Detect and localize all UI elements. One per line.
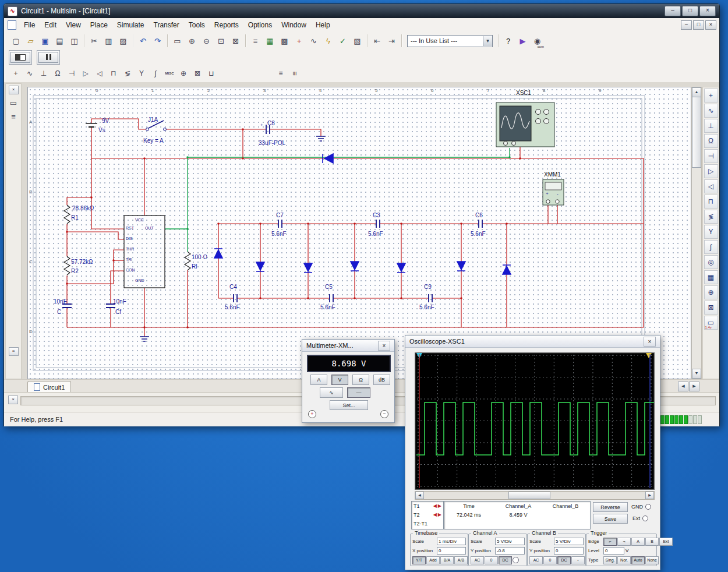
mdi-minimize-button[interactable]: – (681, 20, 692, 30)
component-label[interactable]: OUT (145, 226, 154, 230)
component-label[interactable]: - (557, 191, 559, 196)
mm-mode-a-button[interactable]: A (310, 375, 327, 385)
forward-annotate-button[interactable]: ⇥ (384, 34, 399, 48)
component-label[interactable]: C7 (276, 212, 284, 218)
component-label[interactable]: 5.6nF (271, 231, 287, 237)
mm-coupling-btn-button[interactable]: ∿ (320, 387, 343, 398)
radio-icon[interactable] (642, 515, 648, 521)
print-button[interactable]: ▤ (52, 34, 67, 48)
component-label[interactable]: C (57, 309, 61, 315)
place-analog-button[interactable]: ⊣ (65, 66, 79, 80)
chevron-down-icon[interactable]: ▾ (483, 36, 492, 46)
component-label[interactable]: 5.6nF (225, 304, 240, 310)
component-label[interactable]: CON (126, 268, 135, 272)
scroll-left-icon[interactable]: ◀ (678, 382, 688, 391)
component-label[interactable]: 100 Ω (192, 254, 207, 260)
channel-a-dc-button[interactable]: DC (499, 556, 512, 564)
component-label[interactable]: R1 (71, 214, 79, 221)
palette-cmos-button[interactable]: ◁ (704, 179, 718, 193)
com-settings-button[interactable]: ◉com (530, 34, 545, 48)
menu-window[interactable]: Window (277, 19, 311, 31)
spreadsheet-button[interactable]: ▦ (263, 34, 277, 48)
component-label[interactable]: + (260, 122, 263, 128)
save-button[interactable]: ▣ (38, 34, 52, 48)
tab-circuit1[interactable]: Circuit1 (27, 381, 71, 393)
menu-simulate[interactable]: Simulate (112, 19, 149, 31)
mm-mode-v-button[interactable]: V (331, 375, 348, 385)
in-use-list-dropdown[interactable]: --- In Use List ---▾ (407, 35, 493, 47)
create-component-button[interactable]: + (292, 34, 306, 48)
undo-button[interactable]: ↶ (136, 34, 150, 48)
multimeter-titlebar[interactable]: Multimeter-XM... × (302, 340, 394, 352)
component-label[interactable]: XMM1 (544, 171, 561, 178)
component-label[interactable]: 28.86kΩ (72, 205, 94, 211)
print-preview-button[interactable]: ◫ (67, 34, 82, 48)
set-button[interactable]: Set... (330, 400, 368, 410)
x-position-field[interactable]: 0 (437, 547, 466, 555)
component-label[interactable]: 10nF (113, 298, 126, 305)
save-button[interactable]: Save (593, 514, 628, 524)
ext-radio[interactable]: Ext (632, 515, 648, 521)
channel-b-0-button[interactable]: 0 (543, 556, 557, 564)
place-misc-digital-button[interactable]: Y (135, 66, 149, 80)
component-label[interactable]: Key = A (143, 137, 164, 144)
palette-misc-digital-button[interactable]: Y (704, 225, 718, 239)
palette-mixed-button[interactable]: ∫ (704, 240, 718, 254)
component-label[interactable]: C3 (373, 212, 380, 218)
mm-mode-btn-button[interactable]: Ω (352, 375, 369, 385)
probe-button[interactable]: ▶ (515, 34, 530, 48)
menu-help[interactable]: Help (311, 19, 335, 31)
menu-tools[interactable]: Tools (184, 19, 210, 31)
palette-indicators-button[interactable]: ◎ (704, 255, 718, 269)
postprocessor-button[interactable]: ϟ (321, 34, 335, 48)
component-label[interactable]: 57.72kΩ (71, 259, 93, 265)
run-button[interactable] (10, 52, 30, 63)
hierarchy-button[interactable]: ≡ (248, 34, 263, 48)
palette-mcu-button[interactable]: ⊓ (704, 195, 718, 209)
component-label[interactable]: TRI (126, 257, 132, 262)
palette-sources-button[interactable]: + (704, 89, 718, 103)
cut-button[interactable]: ✂ (87, 34, 101, 48)
component-label[interactable]: C5 (325, 284, 333, 290)
channel-b-dc-button[interactable]: DC (557, 556, 571, 564)
canvas-vertical-scrollbar[interactable]: ▲ ▼ (691, 87, 702, 379)
palette-advanced-button[interactable]: ≶ (704, 210, 718, 224)
scroll-left-icon[interactable]: ◀ (415, 492, 424, 499)
maximize-button[interactable]: □ (682, 6, 698, 16)
mdi-close-button[interactable]: × (705, 20, 716, 30)
palette-virtual-battery-button[interactable]: ▭1.4v (704, 316, 718, 330)
component-label[interactable]: C6 (475, 212, 483, 218)
component-label[interactable]: Rl (192, 263, 197, 270)
component-label[interactable]: 5.6nF (419, 304, 434, 310)
menu-reports[interactable]: Reports (210, 19, 243, 31)
component-label[interactable]: Cf (115, 309, 121, 315)
reverse-button[interactable]: Reverse (593, 502, 628, 512)
component-label[interactable]: 10nF (54, 298, 67, 305)
close-button[interactable]: × (699, 6, 716, 16)
copy-button[interactable]: ▥ (101, 34, 116, 48)
scroll-up-icon[interactable]: ▲ (692, 87, 701, 97)
place-transistor-button[interactable]: Ω (51, 66, 65, 80)
open-file-button[interactable]: ▱ (23, 34, 38, 48)
place-indicator-button[interactable]: ⊕ (176, 66, 190, 80)
place-electromech-button[interactable]: ⊔ (204, 66, 218, 80)
channel-b-scale-field[interactable]: 5 V/Div (554, 538, 584, 545)
trigger-type-sing-button[interactable]: Sing. (603, 556, 617, 564)
t1-right-arrow[interactable]: ▶ (438, 503, 441, 509)
palette-ttl-button[interactable]: ▷ (704, 164, 718, 178)
place-mcu-button[interactable]: ⊓ (107, 66, 121, 80)
component-label[interactable]: J1A (148, 116, 158, 123)
timebase-add-button[interactable]: Add (426, 556, 440, 564)
timebase-ab-button[interactable]: A/B (454, 556, 468, 564)
timebase-scale-field[interactable]: 1 ms/Div (437, 538, 466, 545)
component-label[interactable]: GND (135, 278, 144, 283)
component-label[interactable]: 5.6nF (368, 231, 383, 237)
channel-b-btn-button[interactable]: - (571, 556, 585, 564)
mm-coupling-btn-button[interactable]: — (347, 387, 370, 398)
component-label[interactable]: DIS (126, 236, 133, 241)
palette-analog-button[interactable]: ⊣ (704, 149, 718, 163)
trigger-edge-btn-button[interactable]: ⌐ (603, 538, 617, 546)
place-misc-button[interactable]: MISC (162, 66, 176, 80)
place-cmos-button[interactable]: ◁ (93, 66, 107, 80)
mdi-maximize-button[interactable]: □ (693, 20, 704, 30)
